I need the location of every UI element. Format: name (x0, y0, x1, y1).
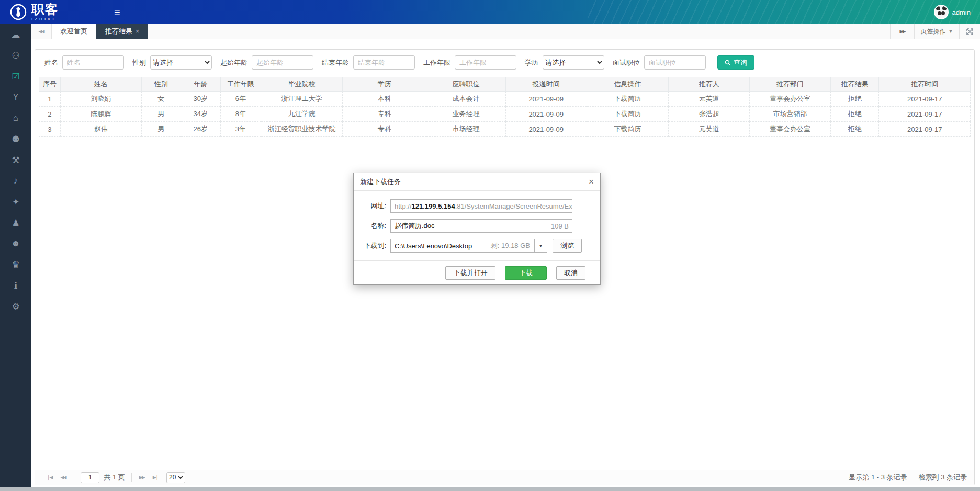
next-page-icon[interactable]: ▶▶ (135, 475, 149, 480)
users-icon: ⚇ (12, 50, 19, 61)
query-button[interactable]: 查询 (717, 55, 754, 70)
age-from-label: 起始年龄 (220, 58, 247, 67)
destination-row: 下载到: C:\Users\Lenovo\Desktop 剩: 19.18 GB… (354, 239, 600, 253)
horizontal-scrollbar[interactable] (0, 487, 980, 491)
finance-icon: ¥ (13, 92, 18, 102)
cell-seq: 1 (39, 92, 61, 107)
name-input[interactable] (62, 55, 124, 70)
sidebar-item-tasks[interactable]: ☑ (0, 66, 31, 87)
tab-operations-dropdown[interactable]: 页签操作 ▼ (914, 24, 959, 39)
app-logo[interactable]: 职客 IZHIKE (0, 3, 105, 21)
sidebar-item-finance[interactable]: ¥ (0, 87, 31, 108)
logo-subtitle: IZHIKE (31, 17, 59, 21)
browse-button[interactable]: 浏览 (553, 239, 582, 253)
user-menu[interactable]: admin (934, 0, 971, 24)
fullscreen-icon (966, 28, 973, 35)
sidebar-item-announcement[interactable]: ♪ (0, 170, 31, 191)
sidebar-item-users[interactable]: ⚇ (0, 45, 31, 66)
close-icon[interactable]: × (589, 177, 594, 186)
cell-education: 专科 (343, 107, 426, 122)
dialog-title: 新建下载任务 (360, 177, 401, 187)
work-years-input[interactable] (455, 55, 516, 70)
prev-page-icon[interactable]: ◀◀ (56, 475, 70, 480)
download-resume-link[interactable]: 下载简历 (587, 122, 669, 137)
sidebar-item-tools[interactable]: ⚒ (0, 150, 31, 170)
sidebar-item-person[interactable]: ♟ (0, 212, 31, 233)
col-position: 应聘职位 (426, 77, 505, 92)
cell-seq: 3 (39, 122, 61, 137)
sidebar-item-team[interactable]: ⚉ (0, 129, 31, 150)
url-host: 121.199.5.154 (412, 202, 455, 210)
sidebar-item-training[interactable]: ✦ (0, 191, 31, 212)
person-icon: ♟ (12, 218, 19, 229)
download-resume-link[interactable]: 下载简历 (587, 92, 669, 107)
cell-result: 拒绝 (830, 107, 879, 122)
destination-path: C:\Users\Lenovo\Desktop (391, 242, 472, 250)
gender-label: 性别 (132, 58, 146, 67)
cancel-button[interactable]: 取消 (556, 266, 585, 280)
tab-label: 欢迎首页 (60, 27, 87, 36)
file-size-label: 109 B (551, 222, 569, 230)
tab-recommend-results[interactable]: 推荐结果 × (96, 24, 148, 39)
interview-position-input[interactable] (644, 55, 706, 70)
download-resume-link[interactable]: 下载简历 (587, 107, 669, 122)
url-row: 网址: http://121.199.5.154:81/SystemManage… (354, 199, 600, 213)
tab-operations-label: 页签操作 (921, 27, 946, 36)
sidebar-item-award[interactable]: ♛ (0, 254, 31, 275)
app-root: 职客 IZHIKE ≡ admin ☁ ⚇ ☑ ¥ ⌂ ⚉ ⚒ ♪ ✦ ♟ ☻ … (0, 0, 980, 491)
cell-department: 董事会办公室 (750, 92, 831, 107)
tabbar-actions: ▶▶ 页签操作 ▼ (890, 24, 980, 39)
education-select[interactable]: 请选择 (543, 55, 604, 70)
tab-welcome-home[interactable]: 欢迎首页 (51, 24, 96, 39)
name-label: 姓名 (44, 58, 58, 67)
sidebar-item-settings[interactable]: ⚙ (0, 296, 31, 317)
found-records-text: 检索到 3 条记录 (919, 473, 967, 482)
page-number-input[interactable] (81, 472, 99, 483)
training-icon: ✦ (12, 197, 19, 208)
download-button[interactable]: 下载 (505, 266, 547, 280)
announcement-icon: ♪ (14, 176, 18, 186)
age-to-label: 结束年龄 (322, 58, 349, 67)
destination-input[interactable]: C:\Users\Lenovo\Desktop 剩: 19.18 GB ▼ (390, 239, 547, 253)
file-name-input[interactable] (390, 219, 572, 233)
avatar (934, 5, 949, 19)
last-page-icon[interactable]: ▶❘ (149, 475, 162, 480)
download-and-open-button[interactable]: 下载并打开 (445, 266, 495, 280)
tab-close-icon[interactable]: × (136, 28, 139, 35)
sidebar-item-info[interactable]: ℹ (0, 275, 31, 296)
col-years: 工作年限 (221, 77, 261, 92)
name-row: 名称: 109 B (354, 219, 600, 233)
cell-name: 刘晓娟 (60, 92, 141, 107)
sidebar-item-user[interactable]: ☻ (0, 233, 31, 254)
results-table: 序号 姓名 性别 年龄 工作年限 毕业院校 学历 应聘职位 投递时间 信息操作 … (39, 77, 971, 137)
sidebar-item-organization[interactable]: ⌂ (0, 108, 31, 129)
cell-gender: 女 (141, 92, 181, 107)
page-size-select[interactable]: 20 (166, 472, 185, 483)
first-page-icon[interactable]: ❘◀ (42, 475, 56, 480)
hamburger-menu-icon[interactable]: ≡ (114, 6, 120, 18)
showing-records-text: 显示第 1 - 3 条记录 (849, 473, 907, 482)
cell-position: 市场经理 (426, 122, 505, 137)
logo-text: 职客 IZHIKE (31, 3, 59, 21)
info-icon: ℹ (14, 280, 17, 291)
sidebar-item-cloud[interactable]: ☁ (0, 24, 31, 45)
tab-scroll-left-icon[interactable]: ◀◀ (31, 24, 51, 39)
age-to-input[interactable] (353, 55, 415, 70)
url-input[interactable]: http://121.199.5.154:81/SystemManage/Scr… (390, 199, 572, 213)
cell-name: 陈鹏辉 (60, 107, 141, 122)
gender-select[interactable]: 请选择 (150, 55, 212, 70)
fullscreen-toggle[interactable] (959, 24, 980, 39)
cell-education: 本科 (343, 92, 426, 107)
dialog-footer: 下载并打开 下载 取消 (354, 260, 600, 284)
age-from-input[interactable] (252, 55, 313, 70)
tab-scroll-right-icon[interactable]: ▶▶ (890, 24, 914, 39)
chevron-down-icon: ▼ (949, 29, 953, 34)
col-school: 毕业院校 (261, 77, 343, 92)
destination-dropdown-icon[interactable]: ▼ (534, 239, 547, 252)
total-pages-label: 共 1 页 (104, 473, 125, 482)
cell-age: 26岁 (181, 122, 221, 137)
filter-bar: 姓名 性别 请选择 起始年龄 结束年龄 工作年限 学历 请选择 面试职位 (35, 50, 974, 75)
cell-school: 浙江经贸职业技术学院 (261, 122, 343, 137)
cell-position: 成本会计 (426, 92, 505, 107)
col-seq: 序号 (39, 77, 61, 92)
